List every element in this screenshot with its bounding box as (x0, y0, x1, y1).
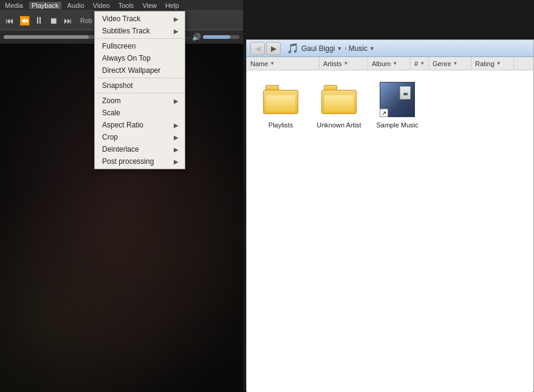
file-item-unknown-artist[interactable]: Unknown Artist (315, 80, 363, 129)
menu-item-always-on-top[interactable]: Always On Top (95, 52, 185, 64)
video-dropdown-menu: Video Track ▶ Subtitles Track ▶ Fullscre… (94, 11, 185, 169)
prev-button[interactable]: ⏮ (4, 15, 16, 27)
volume-bar-fill (203, 35, 230, 39)
nav-back-button[interactable]: ◀ (250, 42, 265, 55)
folder-icon-playlists (261, 80, 300, 119)
file-label-unknown-artist: Unknown Artist (317, 121, 361, 129)
breadcrumb-music[interactable]: Music ▼ (349, 44, 375, 53)
menu-item-deinterlace[interactable]: Deinterlace ▶ (95, 143, 185, 155)
menu-tools[interactable]: Tools (116, 2, 137, 9)
col-header-artists[interactable]: Artists ▼ (320, 57, 368, 70)
explorer-app-icon: 🎵 (287, 42, 299, 54)
menu-audio[interactable]: Audio (65, 2, 87, 9)
file-item-sample-music[interactable]: 📷 ↗ Sample Music (373, 80, 422, 129)
menu-item-directx-wallpaper[interactable]: DirectX Wallpaper (95, 64, 185, 76)
breadcrumb-arrow-icon[interactable]: ▼ (336, 46, 343, 52)
file-label-playlists: Playlists (269, 121, 293, 129)
menu-item-scale[interactable]: Scale (95, 107, 185, 119)
sort-arrow-icon: ▼ (496, 61, 501, 66)
col-header-name[interactable]: Name ▼ (247, 57, 320, 70)
volume-icon: 🔊 (192, 33, 201, 41)
folder-shape (321, 85, 357, 114)
col-header-genre[interactable]: Genre ▼ (429, 57, 471, 70)
explorer-titlebar: ◀ ▶ 🎵 Gaui Biggi ▼ › Music ▼ (247, 40, 533, 57)
next-button[interactable]: ⏭ (62, 15, 74, 27)
explorer-nav: ◀ ▶ (250, 42, 284, 55)
sort-arrow-icon: ▼ (270, 61, 275, 66)
arrow-icon: ▶ (174, 134, 179, 141)
menu-video[interactable]: Video (91, 2, 112, 9)
arrow-icon: ▶ (174, 16, 179, 22)
menu-playback[interactable]: Playback (29, 2, 61, 9)
menu-item-zoom[interactable]: Zoom ▶ (95, 95, 185, 107)
menu-item-subtitles-track[interactable]: Subtitles Track ▶ (95, 25, 185, 37)
files-area: Playlists Unknown Artist 📷 (247, 70, 533, 392)
breadcrumb-gaui-biggi[interactable]: Gaui Biggi ▼ (301, 44, 343, 53)
menu-item-crop[interactable]: Crop ▶ (95, 131, 185, 143)
play-pause-button[interactable]: ⏸ (33, 15, 45, 27)
sort-arrow-icon: ▼ (392, 61, 397, 66)
arrow-icon: ▶ (174, 146, 179, 153)
file-label-sample-music: Sample Music (376, 121, 418, 129)
menu-help[interactable]: Help (163, 2, 182, 9)
folder-icon-unknown-artist (320, 80, 358, 119)
stop-button[interactable]: ⏹ (47, 15, 60, 27)
album-icon-sample-music: 📷 ↗ (378, 80, 417, 119)
col-header-rating[interactable]: Rating ▼ (471, 57, 514, 70)
menu-view[interactable]: View (140, 2, 159, 9)
nav-forward-button[interactable]: ▶ (266, 42, 281, 55)
arrow-icon: ▶ (174, 158, 179, 165)
sort-arrow-icon: ▼ (453, 61, 458, 66)
menu-item-snapshot[interactable]: Snapshot (95, 79, 185, 92)
shortcut-badge-icon: ↗ (380, 109, 388, 117)
menu-section-transform: Zoom ▶ Scale Aspect Ratio ▶ Crop ▶ Deint… (95, 93, 185, 169)
sort-arrow-icon: ▼ (344, 61, 349, 66)
sort-arrow-icon: ▼ (420, 61, 425, 66)
arrow-icon: ▶ (174, 98, 179, 104)
breadcrumb: Gaui Biggi ▼ › Music ▼ (301, 44, 530, 53)
rewind-button[interactable]: ⏪ (18, 15, 30, 27)
menu-section-tracks: Video Track ▶ Subtitles Track ▶ (95, 12, 185, 39)
menubar: Media Playback Audio Video Tools View He… (0, 0, 243, 11)
col-header-number[interactable]: # ▼ (411, 57, 429, 70)
explorer-panel: ◀ ▶ 🎵 Gaui Biggi ▼ › Music ▼ Name ▼ Arti… (246, 39, 534, 391)
arrow-icon: ▶ (174, 122, 179, 129)
menu-section-snapshot: Snapshot (95, 78, 185, 93)
column-headers: Name ▼ Artists ▼ Album ▼ # ▼ Genre ▼ Rat… (247, 57, 533, 70)
progress-bar-fill (4, 35, 89, 39)
menu-item-fullscreen[interactable]: Fullscreen (95, 40, 185, 52)
menu-item-post-processing[interactable]: Post processing ▶ (95, 155, 185, 167)
arrow-icon: ▶ (174, 28, 179, 35)
menu-item-video-track[interactable]: Video Track ▶ (95, 13, 185, 25)
menu-item-aspect-ratio[interactable]: Aspect Ratio ▶ (95, 119, 185, 131)
col-header-album[interactable]: Album ▼ (368, 57, 411, 70)
volume-area: 🔊 (192, 33, 239, 41)
file-item-playlists[interactable]: Playlists (256, 80, 305, 129)
menu-section-display: Fullscreen Always On Top DirectX Wallpap… (95, 39, 185, 78)
menu-media[interactable]: Media (2, 2, 26, 9)
breadcrumb-arrow-icon[interactable]: ▼ (369, 46, 375, 52)
folder-shape (263, 85, 298, 114)
volume-bar[interactable] (203, 35, 239, 39)
